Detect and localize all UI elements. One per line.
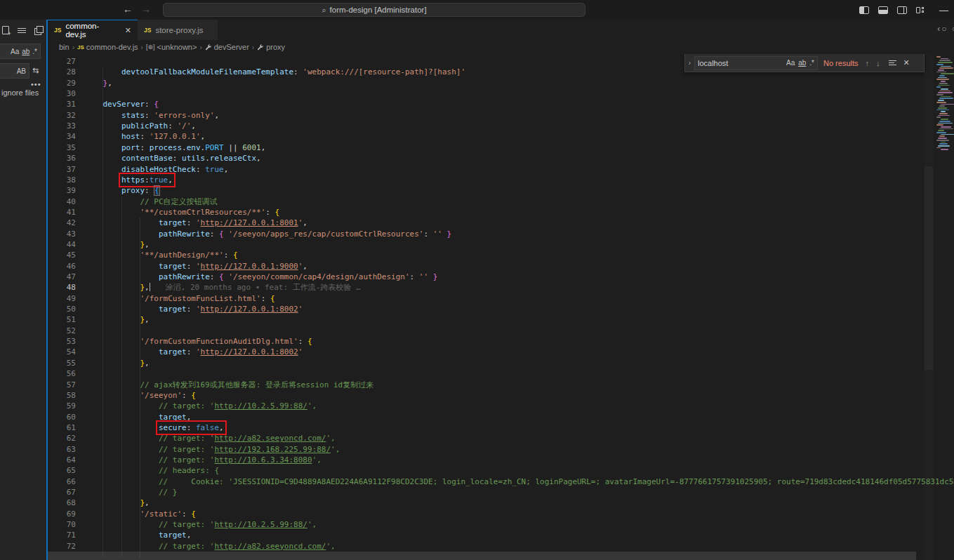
code-line-65[interactable]: 65 // headers: { [48, 465, 954, 476]
line-number[interactable]: 63 [48, 444, 76, 455]
code-line-42[interactable]: 42 target: 'http://127.0.0.1:8001', [48, 218, 954, 228]
line-number[interactable]: 62 [48, 433, 76, 444]
window-minimize-button[interactable]: — [939, 5, 948, 15]
sidebar-search-input[interactable]: Aaab.* [0, 44, 41, 59]
code-line-58[interactable]: 58 '/seeyon': { [48, 390, 954, 401]
use-exclude-ignore-files-label[interactable]: ignore files [1, 88, 39, 97]
code-line-48[interactable]: 48 },涂滔, 20 months ago • feat: 工作流-跨表校验 … [48, 282, 954, 293]
toggle-panel-icon[interactable] [878, 6, 888, 14]
line-number[interactable]: 67 [48, 487, 76, 498]
copy-icon[interactable] [34, 26, 43, 34]
code-line-54[interactable]: 54 target: 'http://127.0.0.1:8002' [48, 347, 954, 357]
code-editor[interactable]: 2728 devtoolFallbackModuleFilenameTempla… [48, 54, 954, 560]
vertical-scrollbar[interactable] [924, 54, 934, 560]
code-line-61[interactable]: 61 secure: false, [48, 422, 954, 433]
sidebar-replace-input[interactable]: AB [0, 63, 29, 79]
list-icon[interactable] [18, 28, 26, 33]
line-number[interactable]: 64 [48, 455, 76, 465]
line-number[interactable]: 41 [48, 207, 76, 218]
code-line-38[interactable]: 38 https:true, [48, 175, 954, 185]
breadcrumb-item-proxy[interactable]: proxy [257, 43, 285, 51]
line-number[interactable]: 70 [48, 519, 76, 530]
code-line-30[interactable]: 30 [48, 88, 954, 99]
code-line-34[interactable]: 34 host: '127.0.0.1', [48, 131, 954, 142]
line-number[interactable]: 38 [48, 175, 76, 185]
find-toggle-replace-icon[interactable]: › [685, 54, 694, 72]
code-line-37[interactable]: 37 disableHostCheck: true, [48, 164, 954, 175]
find-close-icon[interactable]: ✕ [903, 58, 910, 67]
line-number[interactable]: 52 [48, 326, 76, 336]
line-number[interactable]: 33 [48, 121, 76, 131]
toggle-ab-icon[interactable]: ab [22, 48, 29, 55]
code-line-43[interactable]: 43 pathRewrite: { '/seeyon/apps_res/cap/… [48, 229, 954, 239]
line-number[interactable]: 45 [48, 250, 76, 260]
code-line-45[interactable]: 45 '**/authDesign/**': { [48, 250, 954, 260]
line-number[interactable]: 44 [48, 239, 76, 250]
toggle-ab-icon[interactable]: ab [798, 59, 806, 67]
line-number[interactable]: 57 [48, 380, 76, 390]
line-number[interactable]: 35 [48, 142, 76, 153]
code-line-59[interactable]: 59 // target: 'http://10.2.5.99:88/', [48, 401, 954, 411]
tab-store-proxy-js[interactable]: JS store-proxy.js [138, 20, 218, 40]
line-number[interactable]: 39 [48, 185, 76, 196]
find-previous-icon[interactable]: ↑ [866, 59, 870, 67]
code-line-51[interactable]: 51 }, [48, 314, 954, 325]
code-line-36[interactable]: 36 contentBase: utils.releaseCtx, [48, 153, 954, 164]
line-number[interactable]: 27 [48, 56, 76, 67]
code-line-31[interactable]: 31 devServer: { [48, 99, 954, 109]
code-line-66[interactable]: 66 // Cookie: 'JSESSIONID=C9D4889A8AED22… [48, 476, 954, 487]
code-line-62[interactable]: 62 // target: 'http://a82.seeyoncd.com/'… [48, 433, 954, 444]
code-line-57[interactable]: 57 // ajax转发到169或其他服务器: 登录后将session id复制… [48, 380, 954, 390]
minimap[interactable] [935, 54, 954, 560]
line-number[interactable]: 36 [48, 153, 76, 164]
command-center-search[interactable]: ⌕ form-design [Administrator] [163, 3, 585, 17]
toggle-aa-icon[interactable]: Aa [786, 59, 795, 67]
breadcrumb-item-devServer[interactable]: devServer [205, 43, 249, 51]
tab-close-icon[interactable]: ✕ [125, 26, 131, 35]
line-number[interactable]: 46 [48, 261, 76, 272]
line-number[interactable]: 40 [48, 196, 76, 207]
replace-all-icon[interactable]: ⇆ [32, 66, 39, 75]
code-line-44[interactable]: 44 }, [48, 239, 954, 250]
line-number[interactable]: 31 [48, 99, 76, 109]
line-number[interactable]: 32 [48, 110, 76, 121]
line-number[interactable]: 37 [48, 164, 76, 175]
line-number[interactable]: 61 [48, 422, 76, 433]
code-line-40[interactable]: 40 // PC自定义按钮调试 [48, 196, 954, 207]
code-line-72[interactable]: 72 // target: 'http://a82.seeyoncd.com/'… [48, 541, 954, 552]
code-line-46[interactable]: 46 target: 'http://127.0.0.1:9000', [48, 261, 954, 272]
breadcrumb-item-commondevjs[interactable]: JScommon-dev.js [77, 43, 138, 51]
code-line-35[interactable]: 35 port: process.env.PORT || 6001, [48, 142, 954, 153]
new-search-editor-icon[interactable] [2, 26, 9, 34]
code-line-49[interactable]: 49 '/formCustomFuncList.html': { [48, 293, 954, 304]
code-line-50[interactable]: 50 target: 'http://127.0.0.1:8002' [48, 304, 954, 314]
line-number[interactable]: 60 [48, 412, 76, 422]
line-number[interactable]: 49 [48, 293, 76, 304]
preserve-case-toggle[interactable]: AB [17, 67, 26, 75]
code-line-68[interactable]: 68 }, [48, 498, 954, 508]
code-line-64[interactable]: 64 // target: 'http://10.6.3.34:8080', [48, 455, 954, 465]
line-number[interactable]: 58 [48, 390, 76, 401]
line-number[interactable]: 48 [48, 282, 76, 293]
code-line-29[interactable]: 29 }, [48, 78, 954, 88]
editor-layout-icons[interactable]: ‹○ ○ [937, 24, 954, 34]
find-in-selection-icon[interactable] [889, 60, 896, 65]
code-line-69[interactable]: 69 '/static': { [48, 509, 954, 519]
code-line-56[interactable]: 56 [48, 368, 954, 379]
tab-common-dev-js[interactable]: JS common-dev.js ✕ [48, 20, 138, 40]
line-number[interactable]: 34 [48, 131, 76, 142]
find-input[interactable]: localhost Aaab.* [694, 56, 818, 70]
code-line-41[interactable]: 41 '**/customCtrlResources/**': { [48, 207, 954, 218]
line-number[interactable]: 71 [48, 530, 76, 540]
line-number[interactable]: 59 [48, 401, 76, 411]
line-number[interactable]: 42 [48, 218, 76, 228]
code-line-71[interactable]: 71 target, [48, 530, 954, 540]
sidebar-resize-sash[interactable] [46, 20, 48, 560]
toggle-secondary-sidebar-icon[interactable] [897, 6, 907, 14]
code-line-63[interactable]: 63 // target: 'http://192.168.225.99:88/… [48, 444, 954, 455]
horizontal-scrollbar[interactable] [48, 552, 916, 560]
nav-forward-icon[interactable]: → [139, 4, 153, 15]
line-number[interactable]: 50 [48, 304, 76, 314]
line-number[interactable]: 66 [48, 476, 76, 487]
line-number[interactable]: 29 [48, 78, 76, 88]
